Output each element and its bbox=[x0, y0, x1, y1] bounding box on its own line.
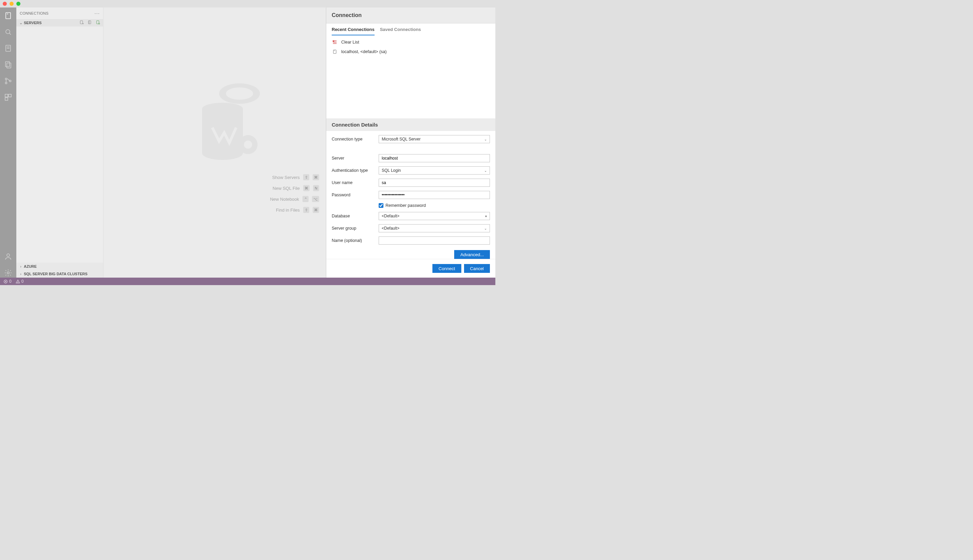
connection-panel: Connection Recent Connections Saved Conn… bbox=[326, 7, 495, 278]
activity-accounts-icon[interactable] bbox=[3, 252, 13, 261]
chevron-right-icon: › bbox=[19, 272, 22, 276]
status-warnings-count: 0 bbox=[22, 279, 24, 284]
activity-source-control-icon[interactable] bbox=[3, 76, 13, 86]
connection-form: Connection type Microsoft SQL Server ⌄ S… bbox=[326, 131, 495, 259]
svg-point-9 bbox=[5, 78, 7, 80]
keycap: ⇧ bbox=[303, 174, 309, 180]
status-errors[interactable]: 0 bbox=[3, 279, 12, 284]
svg-rect-20 bbox=[88, 21, 91, 24]
chevron-down-icon: ⌄ bbox=[484, 227, 487, 230]
svg-point-27 bbox=[244, 140, 252, 149]
clear-list-button[interactable]: Clear List bbox=[332, 37, 490, 47]
select-auth-type[interactable]: SQL Login ⌄ bbox=[379, 167, 490, 175]
keycap: ⌘ bbox=[313, 207, 319, 213]
shortcut-label: New SQL File bbox=[273, 186, 300, 191]
label-auth-type: Authentication type bbox=[332, 168, 376, 173]
label-password: Password bbox=[332, 193, 376, 197]
status-warnings[interactable]: 0 bbox=[16, 279, 24, 284]
recent-list: Clear List localhost, <default> (sa) bbox=[326, 35, 495, 58]
svg-point-10 bbox=[5, 82, 7, 84]
select-connection-type[interactable]: Microsoft SQL Server ⌄ bbox=[379, 135, 490, 143]
caret-down-icon: ▾ bbox=[485, 214, 487, 218]
select-database[interactable]: <Default> ▾ bbox=[379, 212, 490, 220]
select-server-group[interactable]: <Default> ⌄ bbox=[379, 224, 490, 232]
input-server[interactable] bbox=[379, 154, 490, 162]
statusbar: 0 0 bbox=[0, 278, 495, 285]
panel-title: Connection bbox=[332, 12, 490, 18]
svg-point-24 bbox=[226, 87, 253, 100]
titlebar bbox=[0, 0, 495, 7]
section-label: SERVERS bbox=[24, 21, 42, 25]
activity-extensions-icon[interactable] bbox=[3, 93, 13, 102]
label-connection-type: Connection type bbox=[332, 137, 376, 142]
shortcut-new-sql: New SQL File ⌘ N bbox=[270, 185, 319, 191]
activity-explorer-icon[interactable] bbox=[3, 60, 13, 69]
keycap: ⌘ bbox=[303, 185, 310, 191]
sidebar-title: CONNECTIONS bbox=[20, 11, 48, 15]
svg-point-15 bbox=[7, 254, 10, 257]
connection-details-header: Connection Details bbox=[326, 118, 495, 131]
tab-saved-connections[interactable]: Saved Connections bbox=[380, 27, 421, 35]
new-group-icon[interactable] bbox=[87, 20, 92, 25]
label-server-group: Server group bbox=[332, 226, 376, 231]
select-value: <Default> bbox=[382, 226, 400, 231]
recent-item-label: localhost, <default> (sa) bbox=[341, 49, 387, 54]
label-server: Server bbox=[332, 156, 376, 161]
advanced-button[interactable]: Advanced... bbox=[454, 250, 490, 259]
clear-list-label: Clear List bbox=[341, 40, 359, 45]
keycap: ⌥ bbox=[312, 196, 319, 202]
svg-rect-12 bbox=[5, 94, 8, 97]
input-username[interactable] bbox=[379, 178, 490, 187]
window-close[interactable] bbox=[3, 2, 7, 6]
svg-point-25 bbox=[202, 103, 243, 115]
server-icon bbox=[332, 49, 338, 55]
recent-connection-item[interactable]: localhost, <default> (sa) bbox=[332, 47, 490, 57]
sidebar-section-azure[interactable]: › AZURE bbox=[16, 263, 103, 270]
status-errors-count: 0 bbox=[9, 279, 12, 284]
chevron-down-icon: ⌄ bbox=[484, 169, 487, 172]
svg-rect-0 bbox=[6, 13, 10, 19]
svg-rect-13 bbox=[8, 94, 11, 97]
shortcut-find-in-files: Find in Files ⇧ ⌘ bbox=[270, 207, 319, 213]
keycap: ⌃ bbox=[302, 196, 308, 202]
keycap: ⌘ bbox=[313, 174, 319, 180]
filter-icon[interactable] bbox=[96, 20, 100, 25]
window-minimize[interactable] bbox=[10, 2, 13, 6]
chevron-down-icon: ⌄ bbox=[19, 21, 22, 25]
svg-rect-8 bbox=[7, 63, 11, 68]
tab-recent-connections[interactable]: Recent Connections bbox=[332, 27, 375, 35]
keycap: ⇧ bbox=[303, 207, 309, 213]
new-connection-icon[interactable] bbox=[79, 20, 84, 25]
label-name-optional: Name (optional) bbox=[332, 238, 376, 243]
activity-settings-icon[interactable] bbox=[3, 268, 13, 278]
input-name[interactable] bbox=[379, 237, 490, 245]
panel-titlebar: Connection bbox=[326, 7, 495, 23]
panel-footer: Connect Cancel bbox=[326, 259, 495, 278]
svg-point-39 bbox=[18, 282, 18, 282]
input-password[interactable] bbox=[379, 191, 490, 199]
select-value: Microsoft SQL Server bbox=[382, 137, 420, 142]
shortcut-new-notebook: New Notebook ⌃ ⌥ bbox=[270, 196, 319, 202]
connect-button[interactable]: Connect bbox=[432, 264, 461, 273]
svg-point-11 bbox=[10, 80, 11, 82]
sidebar-section-bigdata[interactable]: › SQL SERVER BIG DATA CLUSTERS bbox=[16, 270, 103, 278]
keycap: N bbox=[313, 185, 319, 191]
watermark-icon bbox=[188, 72, 263, 160]
section-label: AZURE bbox=[24, 264, 37, 268]
checkbox-remember-password[interactable] bbox=[379, 203, 383, 208]
activity-connections-icon[interactable] bbox=[3, 11, 13, 20]
window-zoom[interactable] bbox=[16, 2, 20, 6]
activity-bar bbox=[0, 7, 16, 278]
chevron-down-icon: ⌄ bbox=[484, 137, 487, 141]
sidebar-section-servers[interactable]: ⌄ SERVERS bbox=[16, 19, 103, 27]
shortcut-label: New Notebook bbox=[270, 197, 299, 202]
sidebar-header: CONNECTIONS ⋯ bbox=[16, 7, 103, 19]
activity-notebooks-icon[interactable] bbox=[3, 43, 13, 53]
cancel-button[interactable]: Cancel bbox=[464, 264, 490, 273]
select-value: SQL Login bbox=[382, 168, 401, 173]
sidebar-more-icon[interactable]: ⋯ bbox=[94, 10, 100, 17]
svg-rect-33 bbox=[333, 50, 336, 54]
activity-search-icon[interactable] bbox=[3, 27, 13, 37]
svg-point-2 bbox=[6, 30, 10, 34]
clear-list-icon bbox=[332, 40, 338, 45]
